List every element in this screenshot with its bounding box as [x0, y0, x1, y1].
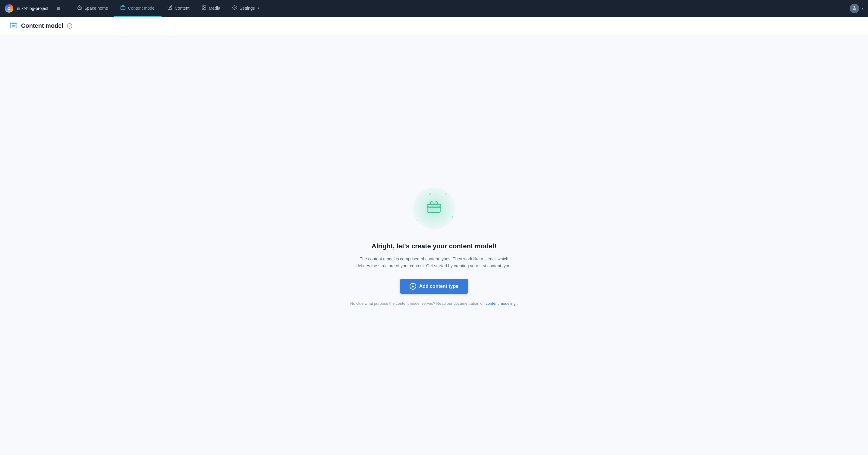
content-model-icon [120, 5, 126, 11]
content-modeling-link[interactable]: content modeling [486, 301, 516, 306]
avatar-dropdown-icon[interactable]: ▾ [862, 7, 863, 10]
nav-item-content-model[interactable]: Content model [114, 0, 161, 17]
help-icon[interactable]: ? [67, 23, 72, 29]
logo-letter: C [7, 6, 10, 11]
add-button-label: Add content type [419, 284, 459, 289]
nav-item-label-space-home: Space home [84, 6, 108, 10]
svg-point-2 [203, 6, 204, 7]
nav-item-label-content: Content [175, 6, 190, 10]
home-icon [77, 5, 82, 11]
nav-item-settings[interactable]: Settings ▾ [226, 0, 266, 17]
svg-rect-0 [121, 6, 125, 10]
settings-dropdown-icon: ▾ [258, 6, 259, 10]
page-header: Content model ? [0, 17, 868, 35]
nav-items: Space home Content model Content [71, 0, 849, 17]
nav-item-label-content-model: Content model [128, 6, 156, 10]
nav-item-content[interactable]: Content [161, 0, 195, 17]
nav-item-media[interactable]: Media [195, 0, 226, 17]
page-title: Content model [21, 22, 63, 29]
empty-state-illustration: × › 1 ʲ [410, 184, 458, 233]
nav-brand: C nuxt-blog-project ≡ [5, 4, 65, 13]
settings-icon [232, 5, 237, 11]
doc-hint-text: No clue what purpose the content model s… [350, 301, 518, 306]
deco-num-2: ʲ [430, 224, 431, 227]
empty-state-description: The content model is comprised of conten… [355, 256, 513, 269]
empty-state-title: Alright, let's create your content model… [372, 242, 497, 250]
svg-point-3 [234, 7, 236, 8]
user-icon [852, 5, 857, 12]
svg-rect-12 [435, 202, 438, 205]
main-content: × › 1 ʲ Alright, let's create your conte… [0, 35, 868, 455]
media-icon [202, 5, 207, 11]
nav-item-label-settings: Settings [240, 6, 255, 10]
svg-rect-10 [427, 205, 441, 207]
svg-rect-11 [430, 202, 433, 205]
hamburger-menu-icon[interactable]: ≡ [57, 5, 60, 12]
content-model-box-icon [425, 198, 443, 219]
nav-item-space-home[interactable]: Space home [71, 0, 114, 17]
page-header-icon [10, 21, 18, 31]
svg-point-8 [14, 25, 15, 26]
nav-right: ▾ [849, 4, 863, 13]
deco-angle-1: › [415, 219, 416, 222]
project-name: nuxt-blog-project [17, 6, 48, 11]
add-button-plus-icon: + [410, 283, 416, 290]
deco-dot-1 [429, 193, 431, 195]
deco-num-1: 1 [452, 216, 453, 219]
content-icon [167, 5, 173, 11]
nav-item-label-media: Media [209, 6, 220, 10]
deco-plus-1: × [445, 191, 447, 196]
avatar[interactable] [849, 4, 859, 13]
doc-text-after: . [517, 301, 518, 306]
doc-text-before: No clue what purpose the content model s… [350, 301, 485, 306]
top-navigation: C nuxt-blog-project ≡ Space home Content… [0, 0, 868, 17]
svg-point-4 [854, 6, 855, 7]
add-content-type-button[interactable]: + Add content type [400, 279, 468, 294]
app-logo[interactable]: C [5, 4, 13, 13]
